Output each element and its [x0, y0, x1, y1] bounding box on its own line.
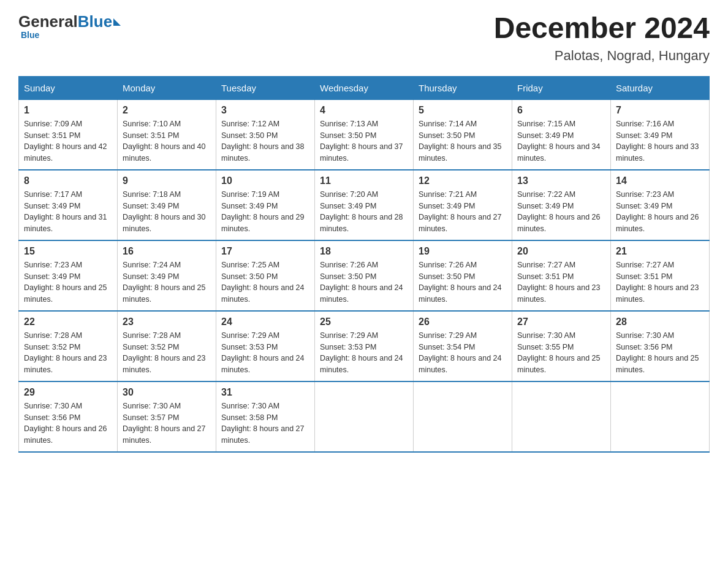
day-info: Sunrise: 7:27 AMSunset: 3:51 PMDaylight:…: [616, 259, 704, 305]
day-number: 21: [616, 246, 704, 257]
day-number: 22: [24, 316, 112, 327]
day-info: Sunrise: 7:23 AMSunset: 3:49 PMDaylight:…: [24, 259, 112, 305]
day-number: 1: [24, 105, 112, 116]
day-number: 8: [24, 175, 112, 186]
day-info: Sunrise: 7:28 AMSunset: 3:52 PMDaylight:…: [24, 330, 112, 376]
day-info: Sunrise: 7:19 AMSunset: 3:49 PMDaylight:…: [221, 189, 309, 235]
day-number: 25: [320, 316, 408, 327]
day-info: Sunrise: 7:21 AMSunset: 3:49 PMDaylight:…: [419, 189, 507, 235]
day-info: Sunrise: 7:25 AMSunset: 3:50 PMDaylight:…: [221, 259, 309, 305]
column-header-saturday: Saturday: [611, 76, 710, 99]
day-info: Sunrise: 7:22 AMSunset: 3:49 PMDaylight:…: [517, 189, 605, 235]
day-number: 13: [517, 175, 605, 186]
day-number: 24: [221, 316, 309, 327]
calendar-cell: 29Sunrise: 7:30 AMSunset: 3:56 PMDayligh…: [19, 381, 118, 452]
calendar-header-row: SundayMondayTuesdayWednesdayThursdayFrid…: [19, 76, 710, 99]
day-number: 5: [419, 105, 507, 116]
logo-blue-text: Blue: [78, 12, 112, 31]
column-header-tuesday: Tuesday: [216, 76, 315, 99]
calendar-cell: 13Sunrise: 7:22 AMSunset: 3:49 PMDayligh…: [512, 170, 611, 240]
calendar-cell: 8Sunrise: 7:17 AMSunset: 3:49 PMDaylight…: [19, 170, 118, 240]
calendar-cell: 24Sunrise: 7:29 AMSunset: 3:53 PMDayligh…: [216, 311, 315, 381]
calendar-cell: 31Sunrise: 7:30 AMSunset: 3:58 PMDayligh…: [216, 381, 315, 452]
day-info: Sunrise: 7:12 AMSunset: 3:50 PMDaylight:…: [221, 118, 309, 164]
day-number: 31: [221, 387, 309, 398]
day-number: 12: [419, 175, 507, 186]
day-info: Sunrise: 7:24 AMSunset: 3:49 PMDaylight:…: [123, 259, 211, 305]
day-info: Sunrise: 7:15 AMSunset: 3:49 PMDaylight:…: [517, 118, 605, 164]
day-info: Sunrise: 7:26 AMSunset: 3:50 PMDaylight:…: [419, 259, 507, 305]
calendar-cell: [512, 381, 611, 452]
day-number: 20: [517, 246, 605, 257]
column-header-wednesday: Wednesday: [315, 76, 414, 99]
calendar-cell: 11Sunrise: 7:20 AMSunset: 3:49 PMDayligh…: [315, 170, 414, 240]
logo-arrow-icon: [113, 18, 121, 26]
calendar-week-row: 29Sunrise: 7:30 AMSunset: 3:56 PMDayligh…: [19, 381, 710, 452]
calendar-cell: 17Sunrise: 7:25 AMSunset: 3:50 PMDayligh…: [216, 240, 315, 311]
calendar-cell: 19Sunrise: 7:26 AMSunset: 3:50 PMDayligh…: [414, 240, 512, 311]
calendar-cell: 10Sunrise: 7:19 AMSunset: 3:49 PMDayligh…: [216, 170, 315, 240]
calendar-cell: 14Sunrise: 7:23 AMSunset: 3:49 PMDayligh…: [611, 170, 710, 240]
day-info: Sunrise: 7:30 AMSunset: 3:58 PMDaylight:…: [221, 400, 309, 446]
calendar-cell: 12Sunrise: 7:21 AMSunset: 3:49 PMDayligh…: [414, 170, 512, 240]
calendar-cell: 16Sunrise: 7:24 AMSunset: 3:49 PMDayligh…: [118, 240, 216, 311]
day-number: 9: [123, 175, 211, 186]
day-number: 16: [123, 246, 211, 257]
logo-underline: Blue: [21, 30, 39, 40]
day-number: 10: [221, 175, 309, 186]
calendar-cell: 6Sunrise: 7:15 AMSunset: 3:49 PMDaylight…: [512, 99, 611, 170]
day-number: 2: [123, 105, 211, 116]
month-title: December 2024: [494, 12, 710, 45]
calendar-cell: 2Sunrise: 7:10 AMSunset: 3:51 PMDaylight…: [118, 99, 216, 170]
calendar-cell: 7Sunrise: 7:16 AMSunset: 3:49 PMDaylight…: [611, 99, 710, 170]
page-header: General Blue Blue December 2024 Palotas,…: [18, 12, 710, 64]
day-number: 23: [123, 316, 211, 327]
calendar-cell: [315, 381, 414, 452]
day-info: Sunrise: 7:20 AMSunset: 3:49 PMDaylight:…: [320, 189, 408, 235]
calendar-week-row: 15Sunrise: 7:23 AMSunset: 3:49 PMDayligh…: [19, 240, 710, 311]
calendar-table: SundayMondayTuesdayWednesdayThursdayFrid…: [18, 76, 710, 453]
day-info: Sunrise: 7:14 AMSunset: 3:50 PMDaylight:…: [419, 118, 507, 164]
column-header-monday: Monday: [118, 76, 216, 99]
day-info: Sunrise: 7:26 AMSunset: 3:50 PMDaylight:…: [320, 259, 408, 305]
day-number: 30: [123, 387, 211, 398]
day-info: Sunrise: 7:30 AMSunset: 3:55 PMDaylight:…: [517, 330, 605, 376]
day-info: Sunrise: 7:10 AMSunset: 3:51 PMDaylight:…: [123, 118, 211, 164]
day-info: Sunrise: 7:16 AMSunset: 3:49 PMDaylight:…: [616, 118, 704, 164]
calendar-week-row: 22Sunrise: 7:28 AMSunset: 3:52 PMDayligh…: [19, 311, 710, 381]
day-info: Sunrise: 7:09 AMSunset: 3:51 PMDaylight:…: [24, 118, 112, 164]
day-number: 18: [320, 246, 408, 257]
calendar-cell: 20Sunrise: 7:27 AMSunset: 3:51 PMDayligh…: [512, 240, 611, 311]
day-number: 29: [24, 387, 112, 398]
day-number: 19: [419, 246, 507, 257]
calendar-cell: 4Sunrise: 7:13 AMSunset: 3:50 PMDaylight…: [315, 99, 414, 170]
calendar-cell: 21Sunrise: 7:27 AMSunset: 3:51 PMDayligh…: [611, 240, 710, 311]
day-info: Sunrise: 7:18 AMSunset: 3:49 PMDaylight:…: [123, 189, 211, 235]
column-header-thursday: Thursday: [414, 76, 512, 99]
calendar-cell: 15Sunrise: 7:23 AMSunset: 3:49 PMDayligh…: [19, 240, 118, 311]
calendar-week-row: 1Sunrise: 7:09 AMSunset: 3:51 PMDaylight…: [19, 99, 710, 170]
day-info: Sunrise: 7:27 AMSunset: 3:51 PMDaylight:…: [517, 259, 605, 305]
day-number: 6: [517, 105, 605, 116]
day-number: 28: [616, 316, 704, 327]
day-info: Sunrise: 7:28 AMSunset: 3:52 PMDaylight:…: [123, 330, 211, 376]
column-header-friday: Friday: [512, 76, 611, 99]
day-number: 17: [221, 246, 309, 257]
calendar-cell: [611, 381, 710, 452]
day-info: Sunrise: 7:29 AMSunset: 3:54 PMDaylight:…: [419, 330, 507, 376]
calendar-cell: 25Sunrise: 7:29 AMSunset: 3:53 PMDayligh…: [315, 311, 414, 381]
calendar-week-row: 8Sunrise: 7:17 AMSunset: 3:49 PMDaylight…: [19, 170, 710, 240]
day-number: 7: [616, 105, 704, 116]
logo-general-text: General: [18, 12, 78, 31]
day-info: Sunrise: 7:17 AMSunset: 3:49 PMDaylight:…: [24, 189, 112, 235]
day-info: Sunrise: 7:29 AMSunset: 3:53 PMDaylight:…: [320, 330, 408, 376]
column-header-sunday: Sunday: [19, 76, 118, 99]
calendar-cell: 28Sunrise: 7:30 AMSunset: 3:56 PMDayligh…: [611, 311, 710, 381]
logo: General Blue Blue: [18, 12, 121, 40]
calendar-cell: 18Sunrise: 7:26 AMSunset: 3:50 PMDayligh…: [315, 240, 414, 311]
day-number: 15: [24, 246, 112, 257]
calendar-cell: 5Sunrise: 7:14 AMSunset: 3:50 PMDaylight…: [414, 99, 512, 170]
day-info: Sunrise: 7:13 AMSunset: 3:50 PMDaylight:…: [320, 118, 408, 164]
calendar-cell: 27Sunrise: 7:30 AMSunset: 3:55 PMDayligh…: [512, 311, 611, 381]
day-info: Sunrise: 7:30 AMSunset: 3:56 PMDaylight:…: [24, 400, 112, 446]
